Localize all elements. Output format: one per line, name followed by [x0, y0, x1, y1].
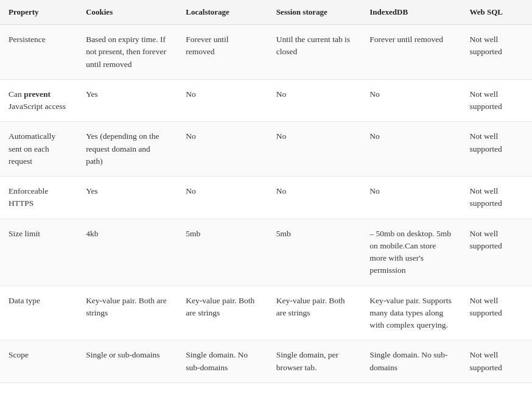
table-row: Can prevent JavaScript access Yes No No …: [0, 79, 532, 122]
comparison-table: Property Cookies Localstorage Session st…: [0, 0, 532, 383]
cell-websql: Not well supported: [461, 25, 532, 80]
cell-websql: Not well supported: [461, 122, 532, 177]
cell-indexeddb: Forever until removed: [361, 25, 461, 80]
table-row: Persistence Based on expiry time. If not…: [0, 25, 532, 80]
cell-websql: Not well supported: [461, 177, 532, 219]
table-row: Automatically sent on each request Yes (…: [0, 122, 532, 177]
header-cookies: Cookies: [77, 0, 177, 25]
cell-property: Data type: [0, 286, 77, 340]
cell-session: No: [268, 79, 362, 122]
cell-localstorage: Single domain. No sub-domains: [177, 340, 267, 383]
cell-indexeddb: No: [361, 79, 461, 122]
cell-session: 5mb: [268, 219, 362, 286]
cell-cookies: Yes (depending on the request domain and…: [77, 122, 177, 177]
cell-indexeddb: No: [361, 122, 461, 177]
cell-session: Key-value pair. Both are strings: [268, 286, 362, 340]
cell-localstorage: Key-value pair. Both are strings: [177, 286, 267, 340]
cell-indexeddb: – 50mb on desktop. 5mb on mobile.Can sto…: [361, 219, 461, 286]
cell-cookies: Based on expiry time. If not present, th…: [77, 25, 177, 80]
cell-property: Persistence: [0, 25, 77, 80]
property-bold: prevent: [24, 90, 51, 99]
header-property: Property: [0, 0, 77, 25]
cell-session: No: [268, 177, 362, 219]
cell-property: Enforceable HTTPS: [0, 177, 77, 219]
cell-localstorage: No: [177, 79, 267, 122]
cell-cookies: Yes: [77, 177, 177, 219]
cell-websql: Not well supported: [461, 286, 532, 340]
cell-session: Single domain, per browser tab.: [268, 340, 362, 383]
table-row: Size limit 4kb 5mb 5mb – 50mb on desktop…: [0, 219, 532, 286]
cell-cookies: Key-value pair. Both are strings: [77, 286, 177, 340]
cell-localstorage: 5mb: [177, 219, 267, 286]
property-prefix: Can: [9, 90, 24, 99]
cell-property: Automatically sent on each request: [0, 122, 77, 177]
header-indexeddb: IndexedDB: [361, 0, 461, 25]
header-session: Session storage: [268, 0, 362, 25]
cell-indexeddb: No: [361, 177, 461, 219]
cell-session: No: [268, 122, 362, 177]
header-localstorage: Localstorage: [177, 0, 267, 25]
table-row: Scope Single or sub-domains Single domai…: [0, 340, 532, 383]
table-row: Enforceable HTTPS Yes No No No Not well …: [0, 177, 532, 219]
cell-indexeddb: Single domain. No sub-domains: [361, 340, 461, 383]
cell-websql: Not well supported: [461, 340, 532, 383]
cell-property: Size limit: [0, 219, 77, 286]
cell-cookies: Yes: [77, 79, 177, 122]
cell-websql: Not well supported: [461, 79, 532, 122]
cell-localstorage: Forever until removed: [177, 25, 267, 80]
cell-indexeddb: Key-value pair. Supports many data types…: [361, 286, 461, 340]
header-row: Property Cookies Localstorage Session st…: [0, 0, 532, 25]
cell-cookies: Single or sub-domains: [77, 340, 177, 383]
cell-localstorage: No: [177, 177, 267, 219]
cell-session: Until the current tab is closed: [268, 25, 362, 80]
cell-cookies: 4kb: [77, 219, 177, 286]
cell-property: Can prevent JavaScript access: [0, 79, 77, 122]
header-websql: Web SQL: [461, 0, 532, 25]
cell-localstorage: No: [177, 122, 267, 177]
table-row: Data type Key-value pair. Both are strin…: [0, 286, 532, 340]
cell-property: Scope: [0, 340, 77, 383]
property-suffix: JavaScript access: [9, 102, 66, 111]
cell-websql: Not well supported: [461, 219, 532, 286]
